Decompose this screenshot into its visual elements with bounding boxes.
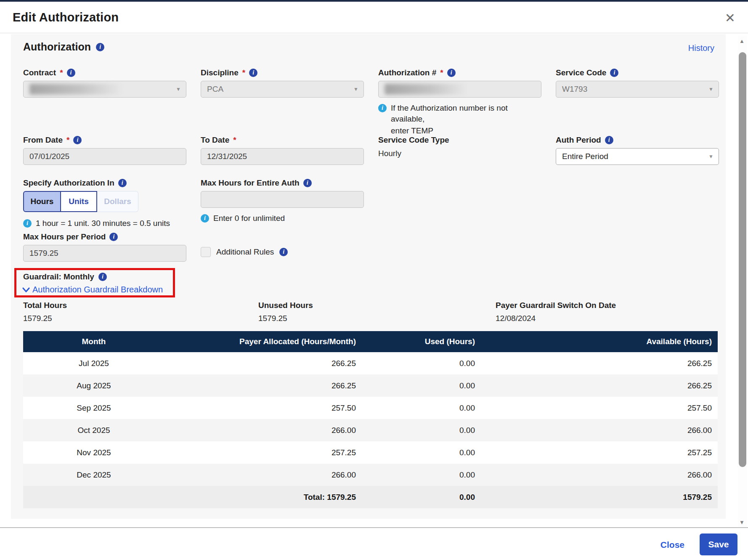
contract-info-icon[interactable]: i [67,69,75,77]
authorization-number-input [378,81,541,98]
month-column-header: Month [23,331,164,352]
redacted-value [385,84,467,95]
contract-field: Contract * i ▼ [23,68,186,98]
payer-guardrail-switch-value: 12/08/2024 [496,314,616,323]
service-code-type-field: Service Code Type Hourly [378,135,541,158]
unlimited-note-text: Enter 0 for unlimited [213,213,285,224]
service-code-select: W1793 ▼ [556,81,719,98]
scrollbar-thumb[interactable] [739,52,746,467]
dropdown-caret-icon: ▼ [708,86,714,92]
auth-period-select[interactable]: Entire Period ▼ [556,148,719,165]
total-hours-value: 1579.25 [23,314,67,323]
redacted-value [29,84,123,95]
history-link[interactable]: History [688,43,714,53]
toggle-hours-button[interactable]: Hours [23,191,61,212]
required-marker: * [242,68,245,77]
discipline-field: Discipline * i PCA ▼ [201,68,364,98]
from-date-field: From Date * i 07/01/2025 [23,135,186,165]
authorization-info-icon[interactable]: i [96,43,104,51]
specify-authorization-in-field: Specify Authorization In i Hours Units D… [23,178,200,229]
modal-footer: Close Save [0,527,748,560]
used-cell: 0.00 [362,374,481,397]
required-marker: * [233,135,236,145]
close-icon[interactable]: ✕ [725,11,735,25]
authorization-panel: Authorization i History Contract * i ▼ [11,34,726,519]
max-hours-per-period-field: Max Hours per Period i 1579.25 [23,232,186,262]
table-total-row: Total: 1579.25 0.00 1579.25 [23,486,718,508]
max-hours-entire-auth-input [201,191,364,208]
table-row: Oct 2025 266.00 0.00 266.00 [23,419,718,441]
total-used-value: 0.00 [362,486,481,508]
available-cell: 266.00 [481,419,718,441]
discipline-label: Discipline [201,68,239,77]
scrollbar-up-arrow-icon[interactable]: ▲ [739,38,745,44]
month-cell: Jul 2025 [23,352,164,374]
unused-hours-label: Unused Hours [258,301,313,310]
service-code-info-icon[interactable]: i [610,69,618,77]
from-date-value: 07/01/2025 [29,152,69,161]
discipline-value: PCA [207,85,223,94]
used-cell: 0.00 [362,419,481,441]
from-date-info-icon[interactable]: i [73,136,82,144]
auth-period-info-icon[interactable]: i [605,136,613,144]
total-hours-stat: Total Hours 1579.25 [23,301,67,323]
total-hours-label: Total Hours [23,301,67,310]
close-button[interactable]: Close [658,536,687,554]
guardrail-breakdown-link[interactable]: Authorization Guardrail Breakdown [21,285,163,295]
table-header-row: Month Payer Allocated (Hours/Month) Used… [23,331,718,352]
guardrail-table-body: Jul 2025 266.25 0.00 266.25 Aug 2025 266… [23,352,718,486]
toggle-dollars-button: Dollars [97,191,138,212]
note-info-icon: i [378,104,387,112]
additional-rules-checkbox[interactable] [201,247,211,257]
payer-guardrail-switch-label: Payer Guardrail Switch On Date [496,301,616,310]
unused-hours-value: 1579.25 [258,314,313,323]
guardrail-breakdown-link-text: Authorization Guardrail Breakdown [32,285,163,295]
modal-header: Edit Authorization ✕ [0,2,748,33]
available-cell: 266.25 [481,374,718,397]
specify-authorization-in-info-icon[interactable]: i [118,179,127,187]
save-button[interactable]: Save [700,533,737,555]
additional-rules-field: Additional Rules i [201,247,364,257]
unit-conversion-note-text: 1 hour = 1 unit. 30 minutes = 0.5 units [36,218,170,229]
max-hours-entire-auth-field: Max Hours for Entire Auth i i Enter 0 fo… [201,178,364,224]
discipline-info-icon[interactable]: i [249,69,257,77]
month-cell: Dec 2025 [23,464,164,486]
auth-period-value: Entire Period [562,152,608,161]
used-cell: 0.00 [362,352,481,374]
unlimited-note: i Enter 0 for unlimited [201,213,364,224]
dropdown-caret-icon: ▼ [353,86,358,92]
authorization-number-info-icon[interactable]: i [447,69,456,77]
additional-rules-info-icon[interactable]: i [279,248,288,256]
auth-period-label: Auth Period [556,135,601,145]
authorization-number-note: i If the Authorization number is not ava… [378,103,541,125]
toggle-units-button[interactable]: Units [61,191,97,212]
available-cell: 257.50 [481,397,718,419]
payer-guardrail-switch-stat: Payer Guardrail Switch On Date 12/08/202… [496,301,616,323]
service-code-type-value: Hourly [378,149,541,158]
payer-allocated-cell: 257.50 [164,397,362,419]
unused-hours-stat: Unused Hours 1579.25 [258,301,313,323]
authorization-number-field: Authorization # * i i If the Authorizati… [378,68,541,136]
to-date-value: 12/31/2025 [207,152,247,161]
max-hours-per-period-label: Max Hours per Period [23,232,106,242]
to-date-label: To Date [201,135,229,145]
service-code-field: Service Code i W1793 ▼ [556,68,719,98]
guardrail-info-icon[interactable]: i [98,273,107,281]
used-cell: 0.00 [362,397,481,419]
used-column-header: Used (Hours) [362,331,481,352]
payer-allocated-cell: 257.25 [164,441,362,464]
scrollbar-down-arrow-icon[interactable]: ▼ [739,519,745,525]
max-hours-entire-auth-info-icon[interactable]: i [303,179,312,187]
discipline-select: PCA ▼ [201,81,364,98]
to-date-field: To Date * 12/31/2025 [201,135,364,165]
month-cell: Sep 2025 [23,397,164,419]
from-date-input: 07/01/2025 [23,148,186,165]
from-date-label: From Date [23,135,63,145]
month-cell: Aug 2025 [23,374,164,397]
table-row: Sep 2025 257.50 0.00 257.50 [23,397,718,419]
guardrail-label-row: Guardrail: Monthly i [23,272,107,281]
note-info-icon: i [201,214,209,223]
modal-title: Edit Authorization [13,11,119,24]
max-hours-per-period-info-icon[interactable]: i [109,233,118,241]
payer-allocated-cell: 266.25 [164,352,362,374]
